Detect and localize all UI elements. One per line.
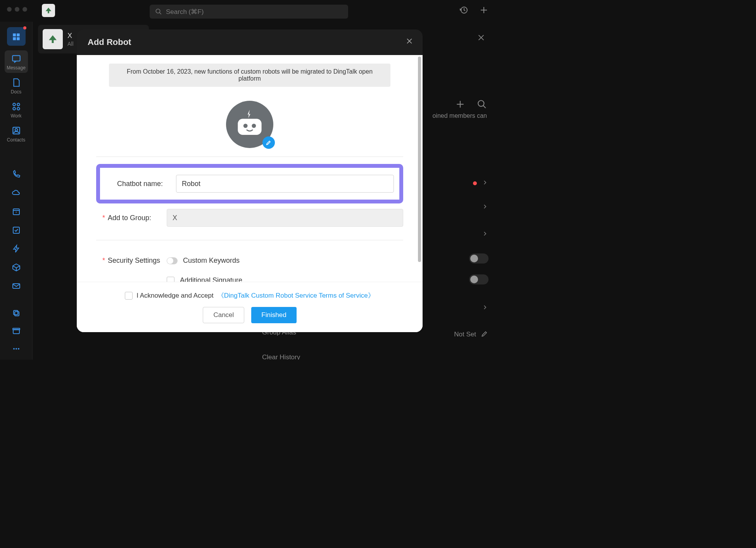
announcement-banner: From October 16, 2023, new functions of …	[109, 64, 390, 87]
docs-icon	[11, 78, 21, 88]
sidebar-docs-label: Docs	[11, 89, 21, 95]
svg-rect-5	[13, 33, 16, 36]
svg-point-28	[13, 348, 15, 350]
svg-rect-7	[13, 37, 16, 40]
cloud-icon[interactable]	[12, 188, 21, 198]
history-icon[interactable]	[459, 5, 468, 15]
svg-marker-39	[248, 110, 250, 118]
message-icon	[11, 53, 21, 64]
svg-point-35	[478, 100, 484, 106]
sidebar-work[interactable]: Work	[5, 98, 28, 121]
sidebar-docs[interactable]: Docs	[5, 74, 28, 97]
checkbox-icon[interactable]	[12, 226, 21, 235]
traffic-max-icon[interactable]	[22, 7, 27, 12]
option-custom-keywords[interactable]: Custom Keywords	[167, 257, 242, 265]
svg-point-29	[16, 348, 17, 350]
pencil-icon	[266, 140, 272, 146]
cancel-button[interactable]: Cancel	[203, 307, 244, 323]
not-set-value: Not Set	[454, 331, 476, 338]
modal-close-button[interactable]	[406, 37, 413, 47]
conversation-avatar	[43, 29, 63, 49]
contacts-icon	[11, 126, 21, 136]
grid-icon	[11, 32, 21, 42]
top-right-actions	[459, 5, 488, 15]
svg-rect-8	[17, 37, 20, 40]
phone-icon[interactable]	[12, 170, 21, 179]
option-custom-keywords-label: Custom Keywords	[183, 257, 240, 265]
chatbot-name-label: Chatbot name:	[105, 180, 176, 188]
modal-body: From October 16, 2023, new functions of …	[77, 55, 423, 332]
switch-icon[interactable]	[167, 257, 178, 264]
security-settings-row: Security Settings Custom Keywords Additi…	[96, 257, 403, 284]
plus-icon[interactable]	[455, 99, 465, 109]
chevron-right-icon	[482, 304, 488, 311]
search-icon[interactable]	[477, 99, 487, 109]
right-row-3[interactable]	[482, 225, 488, 244]
search-input[interactable]: Search (⌘F)	[150, 5, 348, 19]
close-icon	[406, 37, 413, 45]
toggle-icon[interactable]	[469, 253, 488, 264]
right-panel-close-button[interactable]	[477, 33, 485, 43]
divider	[96, 240, 403, 240]
terms-link[interactable]: 《DingTalk Custom Robot Service Terms of …	[217, 291, 375, 300]
chevron-right-icon	[482, 230, 488, 237]
bolt-icon[interactable]	[12, 244, 21, 253]
scrollbar[interactable]	[418, 57, 421, 262]
close-icon	[477, 33, 485, 42]
acknowledge-row[interactable]: I Acknowledge and Accept 《DingTalk Custo…	[125, 291, 374, 300]
svg-point-13	[17, 107, 19, 110]
dingtalk-icon	[44, 6, 53, 15]
acknowledge-checkbox[interactable]	[125, 292, 133, 300]
svg-point-40	[243, 124, 248, 128]
archive-icon[interactable]	[12, 326, 21, 336]
app-icon[interactable]	[42, 4, 55, 17]
toggle-icon[interactable]	[469, 274, 488, 284]
traffic-close-icon[interactable]	[7, 7, 12, 12]
group-alias-row[interactable]: Not Set	[454, 325, 488, 344]
add-to-group-input[interactable]	[167, 209, 403, 227]
traffic-min-icon[interactable]	[15, 7, 19, 12]
left-sidebar: Message Docs Work Contacts +	[0, 22, 33, 360]
duplicate-icon[interactable]	[12, 308, 21, 318]
right-row-1[interactable]	[473, 174, 488, 193]
add-to-group-label: Add to Group:	[96, 214, 167, 222]
chatbot-name-row-highlight: Chatbot name:	[96, 164, 403, 203]
sidebar-contacts-label: Contacts	[7, 137, 25, 143]
chatbot-name-input[interactable]	[176, 175, 394, 193]
right-row-4[interactable]	[482, 298, 488, 318]
sidebar-message-label: Message	[7, 65, 26, 71]
svg-rect-19	[13, 227, 19, 233]
window-controls[interactable]	[7, 7, 27, 12]
modal-title: Add Robot	[88, 37, 131, 47]
sidebar-workspace-button[interactable]	[7, 27, 26, 46]
divider	[96, 157, 403, 157]
plus-icon[interactable]	[479, 5, 488, 15]
edit-avatar-button[interactable]	[262, 136, 275, 149]
right-toggle-1[interactable]	[469, 249, 488, 268]
svg-point-41	[252, 124, 256, 128]
pencil-icon[interactable]	[481, 330, 488, 338]
robot-icon	[232, 107, 267, 142]
cube-icon[interactable]	[12, 263, 21, 272]
more-icon[interactable]	[12, 344, 21, 353]
robot-avatar[interactable]	[226, 101, 273, 148]
sidebar-message[interactable]: Message	[5, 50, 28, 73]
right-row-2[interactable]	[482, 198, 488, 217]
finished-button[interactable]: Finished	[251, 307, 296, 323]
svg-point-10	[13, 103, 16, 106]
chevron-right-icon	[482, 203, 488, 210]
right-toggle-2[interactable]	[469, 270, 488, 289]
svg-rect-9	[12, 55, 20, 61]
clear-history-label[interactable]: Clear History	[262, 353, 300, 360]
sidebar-contacts[interactable]: Contacts	[5, 122, 28, 145]
mail-icon[interactable]	[12, 281, 21, 291]
svg-rect-24	[14, 310, 18, 315]
svg-rect-6	[17, 33, 20, 36]
svg-rect-25	[15, 312, 19, 316]
calendar-icon[interactable]: +	[12, 207, 21, 216]
sidebar-work-label: Work	[11, 113, 22, 119]
search-icon	[155, 8, 162, 15]
conversation-subtitle: All	[67, 41, 74, 47]
security-settings-label: Security Settings	[96, 257, 167, 265]
svg-point-0	[156, 9, 160, 13]
